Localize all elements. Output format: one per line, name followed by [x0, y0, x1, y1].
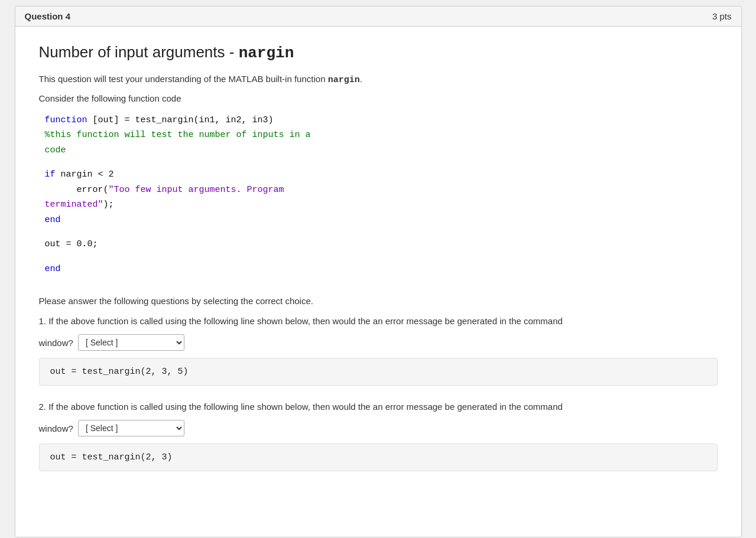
- question-title: Question 4: [25, 11, 71, 21]
- question-header: Question 4 3 pts: [15, 6, 741, 27]
- consider-text: Consider the following function code: [39, 93, 718, 103]
- q2-select[interactable]: [ Select ] Yes No: [78, 420, 184, 436]
- code-block: function [out] = test_nargin(in1, in2, i…: [39, 113, 718, 277]
- q2-code-box: out = test_nargin(2, 3): [39, 444, 718, 471]
- main-title: Number of input arguments - nargin: [39, 43, 718, 62]
- q2-code: out = test_nargin(2, 3): [50, 452, 173, 462]
- q2-text: 2. If the above function is called using…: [39, 400, 718, 414]
- q2-select-row: window? [ Select ] Yes No: [39, 420, 718, 436]
- code-line-2: %this function will test the number of i…: [45, 128, 718, 143]
- code-line-5b: terminated");: [45, 197, 718, 213]
- code-line-5: error("Too few input arguments. Program: [45, 182, 718, 198]
- code-blank-3: [45, 252, 718, 262]
- question-body: Number of input arguments - nargin This …: [15, 27, 741, 502]
- q1-code-box: out = test_nargin(2, 3, 5): [39, 358, 718, 386]
- please-text: Please answer the following questions by…: [39, 294, 718, 308]
- keyword-if: if: [45, 169, 56, 180]
- code-line-3: code: [45, 143, 718, 158]
- question-pts: 3 pts: [712, 11, 732, 21]
- string-error: "Too few input arguments. Program: [109, 185, 284, 195]
- question-item-1: 1. If the above function is called using…: [39, 314, 718, 386]
- question-desc: This question will test your understandi…: [39, 73, 718, 87]
- code-line-4: if nargin < 2: [45, 167, 718, 182]
- q1-code: out = test_nargin(2, 3, 5): [50, 367, 189, 377]
- q1-select[interactable]: [ Select ] Yes No: [78, 334, 184, 351]
- q1-text: 1. If the above function is called using…: [39, 314, 718, 328]
- q1-window-label: window?: [39, 338, 73, 348]
- keyword-end-1: end: [45, 215, 61, 225]
- code-blank-1: [45, 158, 718, 167]
- keyword-end-2: end: [45, 264, 61, 274]
- keyword-function-1: function: [45, 115, 87, 125]
- q2-window-label: window?: [39, 423, 73, 433]
- question-item-2: 2. If the above function is called using…: [39, 400, 718, 471]
- q1-select-row: window? [ Select ] Yes No: [39, 334, 718, 351]
- comment-line-cont: code: [45, 145, 66, 155]
- question-card: Question 4 3 pts Number of input argumen…: [15, 6, 742, 537]
- code-line-6: end: [45, 213, 718, 228]
- code-line-8: end: [45, 262, 718, 277]
- code-blank-2: [45, 227, 718, 237]
- code-line-1: function [out] = test_nargin(in1, in2, i…: [45, 113, 718, 128]
- comment-line: %this function will test the number of i…: [45, 130, 311, 140]
- code-line-7: out = 0.0;: [45, 237, 718, 252]
